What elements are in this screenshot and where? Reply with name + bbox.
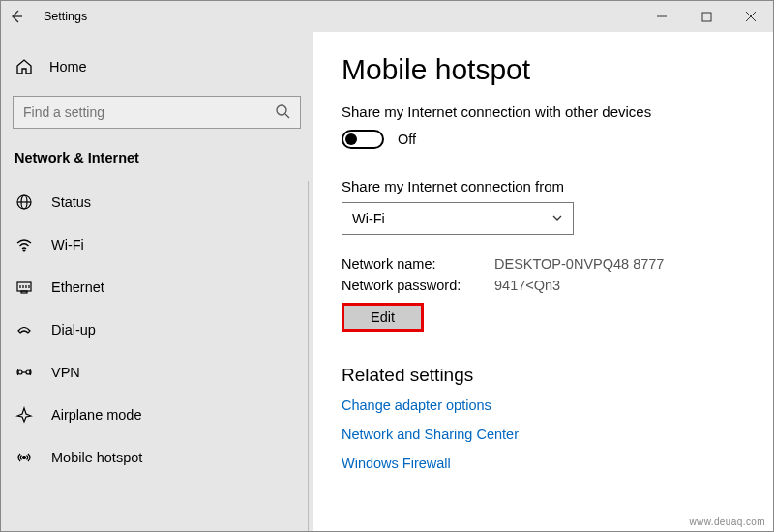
search-box[interactable]	[13, 96, 301, 129]
sidebar-item-label: VPN	[51, 365, 80, 380]
sidebar-item-label: Dial-up	[51, 322, 96, 338]
sidebar-item-wifi[interactable]: Wi-Fi	[1, 223, 308, 266]
share-heading: Share my Internet connection with other …	[342, 103, 744, 120]
svg-point-9	[23, 250, 25, 251]
wifi-icon	[15, 235, 34, 254]
share-from-dropdown[interactable]: Wi-Fi	[342, 202, 574, 235]
related-heading: Related settings	[342, 365, 744, 386]
ethernet-icon	[15, 278, 34, 297]
sidebar-item-airplane[interactable]: Airplane mode	[1, 394, 308, 436]
home-nav[interactable]: Home	[1, 49, 313, 84]
edit-button[interactable]: Edit	[342, 303, 424, 332]
sidebar-item-status[interactable]: Status	[1, 181, 308, 223]
dropdown-value: Wi-Fi	[352, 211, 385, 226]
network-name-label: Network name:	[342, 256, 494, 272]
maximize-button[interactable]	[684, 1, 729, 32]
maximize-icon	[701, 12, 712, 22]
arrow-left-icon	[9, 9, 24, 24]
sidebar-item-hotspot[interactable]: Mobile hotspot	[1, 436, 308, 479]
globe-icon	[15, 192, 34, 212]
sidebar-item-label: Mobile hotspot	[51, 450, 142, 465]
sidebar-item-label: Airplane mode	[51, 407, 142, 423]
back-button[interactable]	[7, 7, 26, 26]
svg-rect-1	[702, 13, 711, 21]
sidebar-item-label: Wi-Fi	[51, 237, 84, 252]
sidebar-item-dialup[interactable]: Dial-up	[1, 309, 308, 351]
network-password-label: Network password:	[342, 278, 494, 293]
content-area: Mobile hotspot Share my Internet connect…	[313, 32, 773, 531]
dialup-icon	[15, 320, 34, 340]
link-adapter-options[interactable]: Change adapter options	[342, 398, 744, 413]
edit-button-label: Edit	[371, 310, 395, 325]
category-heading: Network & Internet	[1, 144, 313, 181]
search-input[interactable]	[23, 104, 275, 120]
svg-rect-11	[21, 291, 27, 293]
svg-point-17	[26, 370, 30, 374]
link-sharing-center[interactable]: Network and Sharing Center	[342, 427, 744, 442]
watermark: www.deuaq.com	[689, 517, 765, 527]
sidebar-item-label: Status	[51, 194, 91, 210]
svg-point-16	[18, 370, 22, 374]
toggle-knob	[345, 133, 357, 145]
svg-point-19	[23, 457, 26, 459]
sidebar-item-vpn[interactable]: VPN	[1, 351, 308, 394]
chevron-down-icon	[551, 211, 563, 226]
toggle-state: Off	[398, 132, 416, 147]
minimize-icon	[656, 11, 668, 22]
network-password-value: 9417<Qn3	[494, 278, 560, 293]
hotspot-icon	[15, 448, 34, 467]
vpn-icon	[15, 363, 34, 382]
hotspot-toggle[interactable]	[342, 130, 384, 149]
page-title: Mobile hotspot	[342, 53, 744, 86]
sidebar-item-ethernet[interactable]: Ethernet	[1, 266, 308, 309]
sidebar-item-label: Ethernet	[51, 280, 104, 295]
home-label: Home	[49, 59, 87, 74]
search-icon	[275, 103, 290, 122]
link-firewall[interactable]: Windows Firewall	[342, 456, 744, 471]
airplane-icon	[15, 405, 34, 425]
close-icon	[745, 11, 757, 22]
sidebar: Home Network & Internet Status	[1, 32, 313, 531]
close-button[interactable]	[729, 1, 773, 32]
minimize-button[interactable]	[640, 1, 684, 32]
window-title: Settings	[40, 10, 87, 23]
titlebar: Settings	[1, 1, 773, 32]
network-name-value: DESKTOP-0NVPQ48 8777	[494, 256, 664, 272]
svg-line-5	[285, 114, 289, 118]
home-icon	[15, 57, 34, 76]
share-from-label: Share my Internet connection from	[342, 178, 744, 194]
svg-point-4	[277, 105, 286, 115]
